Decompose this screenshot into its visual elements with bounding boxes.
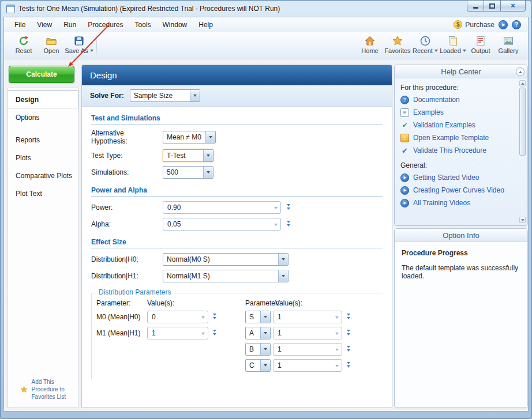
distribution-h1-select[interactable]: Normal(M1 S) xyxy=(163,270,289,282)
distribution-h1-label: Distribution|H1: xyxy=(91,272,159,280)
getting-started-video-link[interactable]: ▶ Getting Started Video xyxy=(400,171,517,184)
param-select-a[interactable]: A xyxy=(245,327,271,339)
calculate-button[interactable]: Calculate xyxy=(9,66,74,83)
output-button[interactable]: Output xyxy=(467,33,494,58)
s-double-chevron-icon[interactable] xyxy=(344,314,352,321)
home-icon xyxy=(364,35,376,47)
scroll-up-icon[interactable] xyxy=(519,80,526,86)
tab-plots[interactable]: Plots xyxy=(8,149,78,167)
recent-button[interactable]: Recent xyxy=(411,33,439,58)
for-this-procedure-label: For this procedure: xyxy=(400,84,517,92)
dropdown-arrow-icon[interactable] xyxy=(260,360,270,371)
power-curves-video-link[interactable]: ▶ Creating Power Curves Video xyxy=(400,184,517,197)
menu-procedures[interactable]: Procedures xyxy=(82,18,129,31)
param-select-s[interactable]: S xyxy=(245,311,271,323)
dropdown-arrow-icon[interactable] xyxy=(203,167,213,178)
examples-link[interactable]: ≡ Examples xyxy=(400,106,517,119)
combo-chevron-icon[interactable] xyxy=(332,363,342,369)
validation-examples-label: Validation Examples xyxy=(413,121,475,129)
combo-chevron-icon[interactable] xyxy=(332,330,342,337)
help-icon[interactable]: ? xyxy=(512,20,521,29)
reset-label: Reset xyxy=(16,47,32,54)
menu-tools[interactable]: Tools xyxy=(129,18,157,31)
a-value-input[interactable]: 1 xyxy=(273,327,342,339)
play-video-icon[interactable]: ▶ xyxy=(499,20,508,29)
a-double-chevron-icon[interactable] xyxy=(344,330,352,337)
m0-value-input[interactable]: 0 xyxy=(147,311,208,323)
power-input[interactable]: 0.90 xyxy=(163,201,281,214)
scroll-down-icon[interactable] xyxy=(519,217,526,223)
test-type-select[interactable]: T-Test xyxy=(163,149,213,162)
dropdown-arrow-icon[interactable] xyxy=(260,311,270,323)
dropdown-arrow-icon[interactable] xyxy=(278,254,288,265)
combo-chevron-icon[interactable] xyxy=(271,221,280,228)
solve-for-select[interactable]: Sample Size xyxy=(130,89,200,102)
m0-double-chevron-icon[interactable] xyxy=(211,314,218,321)
menu-help[interactable]: Help xyxy=(193,18,219,31)
titlebar[interactable]: Tests for One Mean (Simulation) (Expired… xyxy=(1,1,531,17)
dropdown-arrow-icon[interactable] xyxy=(190,90,200,101)
menu-window[interactable]: Window xyxy=(157,18,193,31)
option-info-panel: Option Info Procedure Progress The defau… xyxy=(394,228,528,408)
validate-procedure-link[interactable]: ✔ Validate This Procedure xyxy=(400,144,517,157)
collapse-toggle-icon[interactable] xyxy=(516,67,524,76)
tab-reports[interactable]: Reports xyxy=(8,131,78,149)
b-double-chevron-icon[interactable] xyxy=(344,346,352,353)
distribution-h0-label: Distribution|H0: xyxy=(91,255,159,263)
tab-design[interactable]: Design xyxy=(8,90,78,108)
dropdown-arrow-icon[interactable] xyxy=(203,150,213,161)
s-value-input[interactable]: 1 xyxy=(273,311,342,323)
combo-chevron-icon[interactable] xyxy=(198,314,208,320)
c-value: 1 xyxy=(274,361,332,369)
output-doc-icon xyxy=(475,35,486,47)
tab-comparative-plots[interactable]: Comparative Plots xyxy=(8,167,78,184)
favorites-button[interactable]: Favorites xyxy=(384,33,411,58)
dropdown-arrow-icon[interactable] xyxy=(205,131,215,143)
menu-file[interactable]: File xyxy=(9,18,31,31)
tab-options[interactable]: Options xyxy=(8,108,78,126)
m1-value: 1 xyxy=(148,329,198,337)
toolbar: Reset Open Save As xyxy=(4,32,528,59)
menu-view[interactable]: View xyxy=(31,18,58,31)
loaded-button[interactable]: Loaded xyxy=(439,33,467,58)
add-to-favorites-link[interactable]: ★ Add This Procedure to Favorites List xyxy=(8,378,78,401)
dropdown-arrow-icon[interactable] xyxy=(278,270,288,282)
reset-button[interactable]: Reset xyxy=(10,33,38,58)
all-training-videos-link[interactable]: ▶ All Training Videos xyxy=(400,197,517,209)
m0-value: 0 xyxy=(148,313,198,321)
c-value-input[interactable]: 1 xyxy=(273,359,342,372)
open-button[interactable]: Open xyxy=(38,33,65,58)
minimize-button[interactable] xyxy=(467,1,484,12)
open-example-template-link[interactable]: ≡ Open Example Template xyxy=(400,131,517,144)
param-select-c[interactable]: C xyxy=(245,359,271,372)
combo-chevron-icon[interactable] xyxy=(198,330,208,337)
alpha-input[interactable]: 0.05 xyxy=(163,218,281,231)
close-button[interactable]: × xyxy=(500,1,526,12)
m1-value-input[interactable]: 1 xyxy=(147,327,208,339)
dropdown-arrow-icon[interactable] xyxy=(260,343,270,355)
distribution-h0-select[interactable]: Normal(M0 S) xyxy=(163,253,289,266)
c-double-chevron-icon[interactable] xyxy=(344,362,352,369)
combo-chevron-icon[interactable] xyxy=(271,205,280,211)
menu-run[interactable]: Run xyxy=(58,18,82,31)
b-value-input[interactable]: 1 xyxy=(273,343,342,356)
combo-chevron-icon[interactable] xyxy=(332,346,342,353)
param-select-b[interactable]: B xyxy=(245,343,271,356)
alpha-double-chevron-icon[interactable] xyxy=(284,221,292,228)
home-button[interactable]: Home xyxy=(356,33,384,58)
scrollbar-thumb[interactable] xyxy=(519,88,526,156)
help-center-scrollbar[interactable] xyxy=(519,80,526,223)
m1-double-chevron-icon[interactable] xyxy=(211,330,218,337)
documentation-link[interactable]: ? Documentation xyxy=(400,93,517,106)
alternative-hypothesis-select[interactable]: Mean ≠ M0 xyxy=(163,131,216,144)
validation-examples-link[interactable]: ✔ Validation Examples xyxy=(400,119,517,131)
purchase-button[interactable]: $ Purchase xyxy=(454,20,494,29)
maximize-button[interactable] xyxy=(484,1,501,12)
power-double-chevron-icon[interactable] xyxy=(284,204,292,212)
save-as-button[interactable]: Save As xyxy=(65,33,93,58)
combo-chevron-icon[interactable] xyxy=(332,314,342,320)
tab-plot-text[interactable]: Plot Text xyxy=(8,184,78,202)
dropdown-arrow-icon[interactable] xyxy=(260,327,270,339)
gallery-button[interactable]: Gallery xyxy=(494,33,522,58)
simulations-select[interactable]: 500 xyxy=(163,166,213,179)
